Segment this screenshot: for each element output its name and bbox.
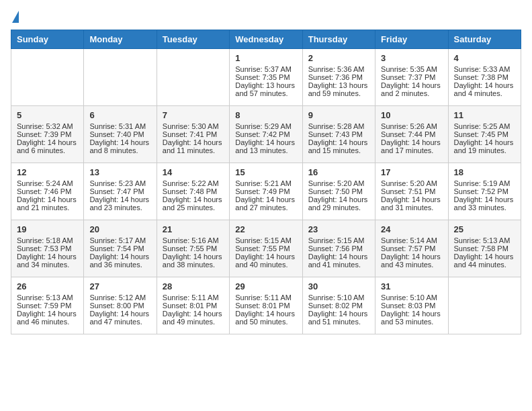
daylight-text: Daylight: 14 hours and 40 minutes. xyxy=(235,253,295,269)
day-number: 23 xyxy=(308,224,369,234)
day-of-week-header: Monday xyxy=(84,30,157,49)
day-number: 28 xyxy=(163,281,224,291)
sunset-text: Sunset: 7:57 PM xyxy=(381,244,435,253)
day-number: 17 xyxy=(381,167,442,177)
day-number: 24 xyxy=(381,224,442,234)
sunset-text: Sunset: 8:01 PM xyxy=(235,302,290,310)
day-number: 14 xyxy=(163,167,224,177)
sunrise-text: Sunrise: 5:37 AM xyxy=(235,65,292,73)
daylight-text: Daylight: 14 hours and 27 minutes. xyxy=(235,195,295,212)
sunset-text: Sunset: 7:54 PM xyxy=(89,244,144,253)
day-number: 13 xyxy=(89,167,150,177)
day-number: 3 xyxy=(381,53,442,63)
calendar-week-row: 12 Sunrise: 5:24 AM Sunset: 7:46 PM Dayl… xyxy=(11,163,521,220)
calendar-day-cell: 10 Sunrise: 5:26 AM Sunset: 7:44 PM Dayl… xyxy=(375,106,448,163)
calendar-day-cell: 24 Sunrise: 5:14 AM Sunset: 7:57 PM Dayl… xyxy=(375,220,448,277)
sunrise-text: Sunrise: 5:28 AM xyxy=(308,122,365,130)
sunrise-text: Sunrise: 5:33 AM xyxy=(454,65,511,73)
sunrise-text: Sunrise: 5:17 AM xyxy=(89,236,146,244)
daylight-text: Daylight: 14 hours and 49 minutes. xyxy=(163,310,222,326)
day-number: 15 xyxy=(235,167,296,177)
sunset-text: Sunset: 7:38 PM xyxy=(454,73,508,81)
sunrise-text: Sunrise: 5:35 AM xyxy=(381,65,437,73)
daylight-text: Daylight: 14 hours and 19 minutes. xyxy=(454,138,514,154)
day-number: 27 xyxy=(89,281,150,291)
sunset-text: Sunset: 7:43 PM xyxy=(308,130,363,138)
sunrise-text: Sunrise: 5:31 AM xyxy=(89,122,146,130)
calendar-day-cell: 20 Sunrise: 5:17 AM Sunset: 7:54 PM Dayl… xyxy=(84,220,157,277)
calendar-week-row: 1 Sunrise: 5:37 AM Sunset: 7:35 PM Dayli… xyxy=(11,49,521,106)
calendar-day-cell: 3 Sunrise: 5:35 AM Sunset: 7:37 PM Dayli… xyxy=(375,49,448,106)
daylight-text: Daylight: 14 hours and 21 minutes. xyxy=(17,195,77,212)
day-number: 6 xyxy=(89,110,150,120)
calendar-day-cell: 13 Sunrise: 5:23 AM Sunset: 7:47 PM Dayl… xyxy=(84,163,157,220)
sunset-text: Sunset: 7:55 PM xyxy=(235,244,290,253)
sunrise-text: Sunrise: 5:10 AM xyxy=(381,293,437,302)
calendar-day-cell: 7 Sunrise: 5:30 AM Sunset: 7:41 PM Dayli… xyxy=(157,106,229,163)
calendar-day-cell: 29 Sunrise: 5:11 AM Sunset: 8:01 PM Dayl… xyxy=(230,277,302,334)
day-number: 12 xyxy=(17,167,78,177)
day-number: 9 xyxy=(308,110,369,120)
daylight-text: Daylight: 14 hours and 17 minutes. xyxy=(381,138,441,154)
sunset-text: Sunset: 7:51 PM xyxy=(381,187,435,195)
day-of-week-header: Tuesday xyxy=(157,30,229,49)
sunset-text: Sunset: 7:48 PM xyxy=(163,187,217,195)
sunrise-text: Sunrise: 5:23 AM xyxy=(89,179,146,187)
page-header xyxy=(11,11,521,24)
day-number: 4 xyxy=(454,53,515,63)
day-number: 21 xyxy=(163,224,224,234)
daylight-text: Daylight: 14 hours and 25 minutes. xyxy=(163,195,222,212)
sunrise-text: Sunrise: 5:15 AM xyxy=(308,236,365,244)
daylight-text: Daylight: 13 hours and 59 minutes. xyxy=(308,81,368,97)
sunrise-text: Sunrise: 5:29 AM xyxy=(235,122,292,130)
day-of-week-header: Sunday xyxy=(11,30,84,49)
calendar-week-row: 19 Sunrise: 5:18 AM Sunset: 7:53 PM Dayl… xyxy=(11,220,521,277)
day-number: 8 xyxy=(235,110,296,120)
sunset-text: Sunset: 7:59 PM xyxy=(17,302,71,310)
daylight-text: Daylight: 14 hours and 51 minutes. xyxy=(308,310,368,326)
sunset-text: Sunset: 7:52 PM xyxy=(454,187,508,195)
daylight-text: Daylight: 14 hours and 38 minutes. xyxy=(163,253,222,269)
calendar-day-cell xyxy=(11,49,84,106)
calendar-day-cell: 2 Sunrise: 5:36 AM Sunset: 7:36 PM Dayli… xyxy=(302,49,375,106)
daylight-text: Daylight: 14 hours and 50 minutes. xyxy=(235,310,295,326)
day-of-week-header: Friday xyxy=(375,30,448,49)
calendar-day-cell xyxy=(448,277,521,334)
calendar-day-cell: 15 Sunrise: 5:21 AM Sunset: 7:49 PM Dayl… xyxy=(230,163,302,220)
sunrise-text: Sunrise: 5:24 AM xyxy=(17,179,73,187)
calendar-day-cell: 9 Sunrise: 5:28 AM Sunset: 7:43 PM Dayli… xyxy=(302,106,375,163)
sunrise-text: Sunrise: 5:20 AM xyxy=(381,179,437,187)
calendar-day-cell: 16 Sunrise: 5:20 AM Sunset: 7:50 PM Dayl… xyxy=(302,163,375,220)
sunset-text: Sunset: 7:35 PM xyxy=(235,73,290,81)
calendar-day-cell: 14 Sunrise: 5:22 AM Sunset: 7:48 PM Dayl… xyxy=(157,163,229,220)
calendar-day-cell: 8 Sunrise: 5:29 AM Sunset: 7:42 PM Dayli… xyxy=(230,106,302,163)
sunset-text: Sunset: 7:39 PM xyxy=(17,130,71,138)
calendar-day-cell: 25 Sunrise: 5:13 AM Sunset: 7:58 PM Dayl… xyxy=(448,220,521,277)
day-number: 31 xyxy=(381,281,442,291)
sunrise-text: Sunrise: 5:10 AM xyxy=(308,293,365,302)
calendar-day-cell: 1 Sunrise: 5:37 AM Sunset: 7:35 PM Dayli… xyxy=(230,49,302,106)
sunrise-text: Sunrise: 5:13 AM xyxy=(17,293,73,302)
daylight-text: Daylight: 14 hours and 47 minutes. xyxy=(89,310,149,326)
calendar-day-cell: 11 Sunrise: 5:25 AM Sunset: 7:45 PM Dayl… xyxy=(448,106,521,163)
day-number: 30 xyxy=(308,281,369,291)
sunrise-text: Sunrise: 5:30 AM xyxy=(163,122,219,130)
sunset-text: Sunset: 8:02 PM xyxy=(308,302,363,310)
daylight-text: Daylight: 14 hours and 11 minutes. xyxy=(163,138,222,154)
logo xyxy=(11,11,19,24)
calendar-header-row: SundayMondayTuesdayWednesdayThursdayFrid… xyxy=(11,30,521,49)
day-of-week-header: Thursday xyxy=(302,30,375,49)
day-of-week-header: Wednesday xyxy=(230,30,302,49)
daylight-text: Daylight: 14 hours and 33 minutes. xyxy=(454,195,514,212)
daylight-text: Daylight: 14 hours and 44 minutes. xyxy=(454,253,514,269)
day-number: 10 xyxy=(381,110,442,120)
sunrise-text: Sunrise: 5:13 AM xyxy=(454,236,511,244)
calendar-table: SundayMondayTuesdayWednesdayThursdayFrid… xyxy=(11,30,521,334)
sunset-text: Sunset: 7:46 PM xyxy=(17,187,71,195)
calendar-day-cell: 30 Sunrise: 5:10 AM Sunset: 8:02 PM Dayl… xyxy=(302,277,375,334)
sunset-text: Sunset: 7:55 PM xyxy=(163,244,217,253)
calendar-week-row: 5 Sunrise: 5:32 AM Sunset: 7:39 PM Dayli… xyxy=(11,106,521,163)
sunrise-text: Sunrise: 5:21 AM xyxy=(235,179,292,187)
daylight-text: Daylight: 14 hours and 29 minutes. xyxy=(308,195,368,212)
calendar-day-cell: 21 Sunrise: 5:16 AM Sunset: 7:55 PM Dayl… xyxy=(157,220,229,277)
